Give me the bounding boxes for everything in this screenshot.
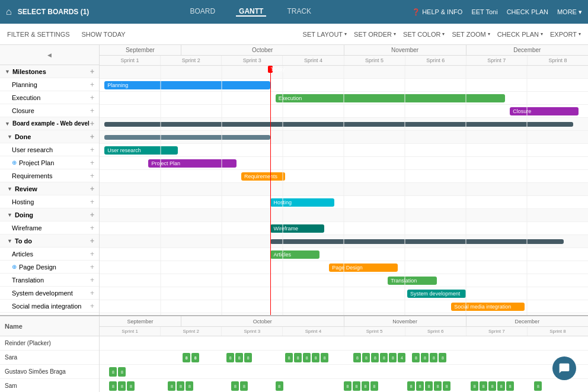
planning-bar[interactable]: Planning	[104, 81, 270, 89]
wireframe-bar[interactable]: Wireframe	[270, 224, 324, 233]
system-dev-bar[interactable]: System development	[407, 290, 466, 298]
hosting-bar[interactable]: Hosting	[270, 198, 334, 207]
doing-add-icon[interactable]: +	[90, 211, 94, 219]
month-october: October	[181, 45, 344, 55]
project-plan-bar[interactable]: Project Plan	[148, 159, 236, 168]
resource-months-row: September October November December	[100, 316, 588, 327]
system-development-item[interactable]: System development +	[0, 287, 99, 300]
today-badge: Today	[268, 66, 273, 73]
closure-bar[interactable]: Closure	[510, 107, 578, 115]
requirements-add-icon[interactable]: +	[90, 172, 94, 180]
check-plan-toolbar-button[interactable]: CHECK PLAN ▾	[497, 31, 543, 38]
home-icon[interactable]: ⌂	[6, 7, 12, 17]
gantt-row-board-example	[100, 118, 588, 131]
resource-cells-area: September October November December Spri…	[100, 316, 588, 392]
more-button[interactable]: MORE ▾	[557, 8, 582, 16]
set-zoom-button[interactable]: SET ZOOM ▾	[452, 31, 490, 38]
translation-bar[interactable]: Translation	[388, 277, 436, 285]
done-add-icon[interactable]: +	[90, 133, 94, 141]
planning-add-icon[interactable]: +	[90, 81, 94, 89]
user-research-add-icon[interactable]: +	[90, 146, 94, 154]
gantt-row-user-research: User research	[100, 144, 588, 157]
todo-add-icon[interactable]: +	[90, 237, 94, 245]
check-plan-chevron: ▾	[541, 31, 543, 37]
select-boards-label[interactable]: SELECT BOARDS (1)	[18, 8, 90, 16]
page-design-item[interactable]: ⊕ Page Design +	[0, 261, 99, 274]
articles-bar[interactable]: Articles	[270, 250, 319, 259]
hosting-add-icon[interactable]: +	[90, 198, 94, 206]
translation-add-icon[interactable]: +	[90, 276, 94, 284]
system-dev-add-icon[interactable]: +	[90, 289, 94, 297]
res-sprint-2: Sprint 2	[161, 327, 222, 336]
set-order-button[interactable]: SET ORDER ▾	[354, 31, 396, 38]
closure-item[interactable]: Closure +	[0, 104, 99, 117]
help-button[interactable]: ❓ HELP & INFO	[412, 8, 462, 16]
filter-settings-button[interactable]: FILTER & SETTINGS	[7, 31, 70, 38]
review-subgroup[interactable]: ▼ Review +	[0, 182, 99, 195]
scroll-left-arrow[interactable]: ◀	[47, 52, 52, 58]
res-month-oct: October	[181, 316, 344, 326]
user-research-item[interactable]: User research +	[0, 143, 99, 156]
user-research-bar[interactable]: User research	[104, 146, 178, 155]
hosting-item[interactable]: Hosting +	[0, 195, 99, 208]
sprint-4-header: Sprint 4	[283, 56, 344, 65]
gantt-row-project-plan: Project Plan	[100, 157, 588, 170]
doing-expand-icon: ▼	[7, 212, 12, 218]
done-bar[interactable]	[104, 135, 270, 140]
todo-subgroup[interactable]: ▼ To do +	[0, 234, 99, 248]
page-design-add-icon[interactable]: +	[90, 263, 94, 271]
gantt-row-system-dev: System development	[100, 287, 588, 300]
milestones-add-icon[interactable]: +	[90, 68, 94, 76]
closure-add-icon[interactable]: +	[90, 107, 94, 115]
check-plan-nav-button[interactable]: CHECK PLAN	[507, 8, 548, 15]
done-subgroup[interactable]: ▼ Done +	[0, 130, 99, 143]
sara-cells-2: 8 8 8	[226, 353, 252, 362]
articles-add-icon[interactable]: +	[90, 250, 94, 258]
execution-item[interactable]: Execution +	[0, 91, 99, 104]
board-example-expand-icon: ▼	[5, 121, 10, 127]
chat-button[interactable]	[552, 356, 576, 380]
nav-board[interactable]: BOARD	[187, 7, 218, 17]
requirements-bar[interactable]: Requirements	[241, 172, 285, 181]
articles-item[interactable]: Articles +	[0, 248, 99, 261]
res-row-gustavo: 8 8	[100, 365, 588, 379]
res-row-sam: 8 8 8 8 8 8 8 8 8 8 8 8 8	[100, 379, 588, 392]
planning-item[interactable]: Planning +	[0, 78, 99, 91]
execution-add-icon[interactable]: +	[90, 94, 94, 102]
toolbar: FILTER & SETTINGS SHOW TODAY SET LAYOUT …	[0, 24, 588, 45]
nav-center: BOARD GANTT TRACK	[187, 7, 314, 17]
gantt-row-milestones	[100, 66, 588, 79]
execution-bar[interactable]: Execution	[276, 94, 505, 102]
show-today-button[interactable]: SHOW TODAY	[82, 31, 126, 38]
set-layout-button[interactable]: SET LAYOUT ▾	[303, 31, 347, 38]
sprint-6-header: Sprint 6	[405, 56, 466, 65]
set-color-button[interactable]: SET COLOR ▾	[403, 31, 445, 38]
month-december: December	[466, 45, 588, 55]
gantt-row-page-design: Page Design	[100, 261, 588, 274]
translation-item[interactable]: Translation +	[0, 274, 99, 287]
res-month-sep: September	[100, 316, 181, 326]
project-plan-item[interactable]: ⊕ Project Plan +	[0, 156, 99, 169]
wireframe-item[interactable]: Wireframe +	[0, 221, 99, 234]
social-media-bar[interactable]: Social media integration	[451, 303, 525, 311]
review-add-icon[interactable]: +	[90, 185, 94, 193]
social-media-add-icon[interactable]: +	[90, 302, 94, 310]
doing-subgroup[interactable]: ▼ Doing +	[0, 208, 99, 221]
res-sprint-5: Sprint 5	[344, 327, 405, 336]
milestones-group[interactable]: ▼ Milestones +	[0, 65, 99, 78]
social-media-item[interactable]: Social media integration +	[0, 300, 99, 313]
nav-gantt[interactable]: GANTT	[236, 7, 266, 17]
meet-toni-button[interactable]: EET Toni	[471, 8, 497, 15]
page-design-bar[interactable]: Page Design	[329, 264, 397, 272]
requirements-item[interactable]: Requirements +	[0, 169, 99, 182]
project-plan-add-icon[interactable]: +	[90, 159, 94, 167]
wireframe-add-icon[interactable]: +	[90, 224, 94, 232]
export-button[interactable]: EXPORT ▾	[550, 31, 581, 38]
todo-bar[interactable]	[270, 239, 563, 244]
board-example-bar[interactable]	[104, 122, 573, 127]
board-example-add-icon[interactable]: +	[90, 120, 94, 128]
set-color-chevron: ▾	[442, 31, 445, 37]
res-month-nov: November	[344, 316, 466, 326]
board-example-group[interactable]: ▼ Board example - Web devel +	[0, 117, 99, 130]
nav-track[interactable]: TRACK	[284, 7, 314, 17]
